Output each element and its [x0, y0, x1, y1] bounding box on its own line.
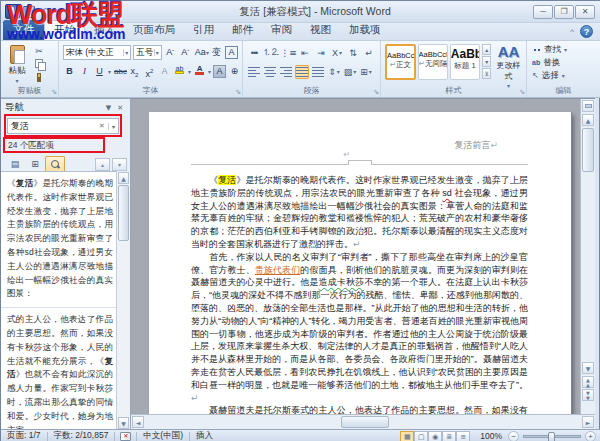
view-print-layout-icon[interactable]: ▦ [400, 431, 414, 441]
style-normal[interactable]: AaBbCcDd ↵正文 [385, 44, 416, 80]
bullets-button[interactable]: ••• [247, 46, 261, 60]
minimize-button[interactable]: ─ [533, 5, 553, 19]
view-outline-icon[interactable]: ≣ [442, 431, 456, 441]
font-name-combo[interactable]: 宋体 (中文正 ▾ [63, 45, 131, 60]
tab-view[interactable]: 视图 [301, 21, 340, 40]
shrink-font-button[interactable]: Aˇ [179, 46, 192, 60]
previous-result-icon[interactable]: ▴ [95, 158, 110, 171]
doc-paragraph[interactable]: 聂赫留道夫是托尔斯泰式的主人公，他表达了作品的主要思想。然而，如果没有卡秋莎这个… [191, 404, 528, 414]
sort-icon[interactable]: ⇅ [346, 46, 360, 60]
grow-font-button[interactable]: Aˆ [164, 46, 177, 60]
underline-dropdown-icon[interactable]: ▾ [108, 68, 111, 75]
language-label[interactable]: 中文(中国) [137, 430, 189, 441]
italic-button[interactable]: I [78, 65, 91, 79]
clear-formatting-button[interactable]: A [158, 65, 171, 79]
replace-button[interactable]: ab 替换 [532, 56, 598, 69]
tab-insert[interactable]: 插入 [85, 21, 124, 40]
nav-results-scrollbar[interactable]: ▲ ▼ [116, 171, 130, 430]
document-page[interactable]: 复活前言↵ ↵ 《复活》是托尔斯泰的晚期代表作。这时作家世界观已经发生激变，抛弃… [149, 112, 571, 414]
borders-button[interactable]: ⊞▾ [359, 65, 373, 79]
tab-page-layout[interactable]: 页面布局 [124, 21, 184, 40]
select-button[interactable]: ↖ 选择 ▾ [532, 69, 598, 82]
document-vertical-scrollbar[interactable]: ▲ ▼ ▲▲ ▼▼ [580, 99, 595, 414]
search-options-dropdown-icon[interactable]: ▾ [108, 123, 118, 130]
view-fullscreen-icon[interactable]: ▢ [414, 431, 428, 441]
nav-tab-headings[interactable]: ▤ [5, 156, 25, 171]
strikethrough-button[interactable]: abc [113, 65, 126, 79]
help-icon[interactable]: ? [580, 25, 593, 38]
view-draft-icon[interactable]: ≡ [456, 431, 470, 441]
justify-button[interactable] [295, 65, 309, 79]
clear-search-icon[interactable]: ✕ [96, 122, 108, 130]
word-app-icon[interactable]: W [5, 4, 20, 19]
insert-mode-label[interactable]: 插入 [190, 430, 219, 441]
previous-page-icon[interactable]: ▲▲ [582, 376, 594, 388]
next-result-icon[interactable]: ▾ [112, 158, 127, 171]
proofing-errors-icon[interactable] [120, 432, 131, 441]
text-highlight-button[interactable]: ab [173, 65, 186, 79]
view-web-layout-icon[interactable]: ◉ [428, 431, 442, 441]
line-spacing-button[interactable]: ⇕▾ [327, 65, 341, 79]
navigation-search-box[interactable]: ✕ ▾ [7, 118, 119, 134]
tab-addins[interactable]: 加载项 [340, 21, 390, 40]
increase-indent-icon[interactable]: ⇥ [314, 46, 328, 60]
doc-scroll-down-icon[interactable]: ▼ [582, 362, 594, 374]
word-count-label[interactable]: 字数: 2/10,857 [48, 430, 115, 441]
phonetic-guide-button[interactable]: 变 [210, 46, 223, 60]
style-no-spacing[interactable]: AaBbCcDd ↵无间隔 [418, 44, 448, 80]
search-input[interactable] [8, 121, 96, 131]
copy-icon[interactable] [31, 59, 47, 71]
tab-file[interactable]: 文件 [3, 20, 44, 40]
navigation-pane-close-icon[interactable]: ✕ [114, 104, 126, 112]
nav-tab-pages[interactable]: ⊞ [25, 156, 45, 171]
next-page-icon[interactable]: ▼▼ [582, 389, 594, 401]
show-hide-marks-icon[interactable]: ↵ [362, 46, 376, 60]
superscript-button[interactable]: x2 [143, 65, 156, 79]
save-icon[interactable] [23, 6, 35, 18]
page-count-label[interactable]: 页面: 1/7 [1, 430, 47, 441]
zoom-slider[interactable] [523, 435, 581, 438]
cut-icon[interactable]: ✂ [31, 46, 47, 57]
find-button[interactable]: 查找 ▾ [532, 43, 598, 56]
asian-layout-button[interactable]: X▾ [330, 46, 344, 60]
align-right-button[interactable] [279, 65, 293, 79]
numbering-button[interactable]: ⒈⒉ [263, 46, 279, 60]
bold-button[interactable]: B [63, 65, 76, 79]
change-case-button[interactable]: Aa▾ [194, 46, 208, 60]
tab-home[interactable]: 开始 [44, 20, 85, 40]
collapse-ribbon-icon[interactable]: ^ [570, 27, 574, 36]
redo-icon[interactable]: ↷ [55, 5, 69, 19]
h-scroll-right-icon[interactable]: ► [582, 416, 594, 428]
paste-button[interactable]: 粘贴 ▾ [3, 43, 31, 84]
multilevel-list-button[interactable]: ⋮≡ [281, 46, 296, 60]
underline-button[interactable]: U [93, 65, 106, 79]
tab-references[interactable]: 引用 [184, 21, 223, 40]
restore-button[interactable]: ❐ [554, 5, 574, 19]
align-left-button[interactable] [247, 65, 261, 79]
ruler-toggle-icon[interactable] [582, 100, 594, 112]
change-styles-button[interactable]: AA 更改样式 ▾ [493, 44, 524, 89]
search-result-item[interactable]: 式的主人公，他表达了作品的主要思想。然而，如果没有卡秋莎这个形象，人民的生活就不… [1, 308, 117, 430]
character-border-button[interactable]: A [225, 46, 238, 59]
styles-scroll-up-icon[interactable]: ▴ [482, 44, 491, 55]
search-result-item[interactable]: 《复活》是托尔斯泰的晚期代表作。这时作家世界观已经发生激变，抛弃了上层地主贵族阶… [1, 172, 117, 308]
font-color-button[interactable]: A [193, 65, 206, 79]
zoom-slider-handle[interactable] [548, 432, 555, 441]
style-heading1[interactable]: AaBb 标题 1 [450, 44, 480, 80]
zoom-level-label[interactable]: 100% [470, 431, 508, 441]
nav-scroll-down-icon[interactable]: ▼ [118, 417, 129, 429]
format-painter-icon[interactable] [31, 73, 47, 85]
font-dialog-launcher-icon[interactable]: ⇘ [235, 89, 241, 96]
styles-dialog-launcher-icon[interactable]: ⇘ [519, 89, 525, 96]
font-size-combo[interactable]: 五号 ▾ [133, 45, 162, 60]
doc-paragraph[interactable]: 《复活》是托尔斯泰的晚期代表作。这时作家世界观已经发生激变，抛弃了上层地主贵族阶… [191, 174, 528, 251]
zoom-in-icon[interactable]: + [585, 431, 596, 441]
tab-review[interactable]: 审阅 [262, 21, 301, 40]
decrease-indent-icon[interactable]: ⇤ [298, 46, 312, 60]
document-body[interactable]: 《复活》是托尔斯泰的晚期代表作。这时作家世界观已经发生激变，抛弃了上层地主贵族阶… [191, 174, 528, 414]
distribute-button[interactable] [311, 65, 325, 79]
paragraph-dialog-launcher-icon[interactable]: ⇘ [373, 89, 379, 96]
h-scroll-thumb[interactable] [341, 416, 389, 428]
nav-tab-results[interactable] [45, 156, 65, 171]
font-color-dropdown-icon[interactable]: ▾ [208, 68, 211, 75]
